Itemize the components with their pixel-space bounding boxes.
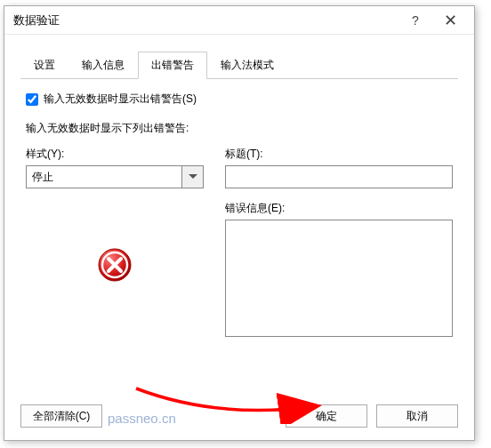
tab-input-message[interactable]: 输入信息	[68, 52, 138, 79]
show-alert-checkbox[interactable]	[26, 93, 38, 106]
style-select[interactable]: 停止	[26, 165, 204, 188]
ok-button[interactable]: 确定	[286, 404, 367, 428]
show-alert-label: 输入无效数据时显示出错警告(S)	[44, 92, 197, 107]
style-select-value: 停止	[27, 166, 181, 188]
help-button[interactable]: ?	[399, 13, 431, 28]
cancel-button[interactable]: 取消	[376, 404, 458, 428]
titlebar: 数据验证 ? ✕	[4, 6, 474, 35]
tab-settings[interactable]: 设置	[20, 52, 68, 79]
col-left: 样式(Y): 停止	[26, 147, 204, 340]
stop-error-icon	[95, 245, 134, 284]
message-field-label: 错误信息(E):	[225, 201, 453, 216]
data-validation-dialog: 数据验证 ? ✕ 设置 输入信息 出错警告 输入法模式 输入无效数据时显示出错警…	[4, 5, 475, 441]
message-textarea[interactable]	[225, 220, 453, 337]
close-button[interactable]: ✕	[431, 11, 469, 30]
dialog-content: 设置 输入信息 出错警告 输入法模式 输入无效数据时显示出错警告(S) 输入无效…	[4, 35, 474, 356]
button-bar: 全部清除(C) 确定 取消	[20, 404, 458, 428]
tab-error-alert[interactable]: 出错警告	[138, 52, 207, 79]
style-label: 样式(Y):	[26, 147, 204, 162]
tab-ime-mode[interactable]: 输入法模式	[207, 52, 287, 79]
dropdown-arrow-icon	[181, 166, 203, 188]
tablist: 设置 输入信息 出错警告 输入法模式	[20, 51, 458, 79]
section-label: 输入无效数据时显示下列出错警告:	[26, 121, 453, 136]
tab-body-error-alert: 输入无效数据时显示出错警告(S) 输入无效数据时显示下列出错警告: 样式(Y):…	[20, 79, 458, 345]
title-field-label: 标题(T):	[225, 147, 453, 162]
clear-all-button[interactable]: 全部清除(C)	[20, 404, 102, 428]
title-input[interactable]	[225, 165, 453, 188]
form-grid: 样式(Y): 停止	[26, 147, 453, 340]
col-right: 标题(T): 错误信息(E):	[225, 147, 453, 340]
show-alert-checkbox-row[interactable]: 输入无效数据时显示出错警告(S)	[26, 92, 453, 107]
alert-icon-preview	[26, 245, 204, 284]
dialog-title: 数据验证	[13, 12, 399, 28]
